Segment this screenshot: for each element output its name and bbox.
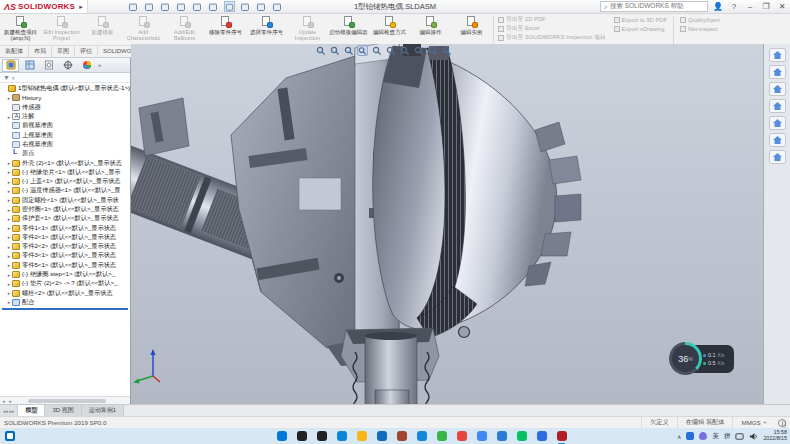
tree-item[interactable]: ▸ 外壳 (2)<1> (默认<<默认>_显示状态 bbox=[0, 158, 130, 167]
help-button[interactable]: ? bbox=[728, 2, 740, 11]
ribbon-button[interactable]: 编辑实例 bbox=[451, 14, 492, 45]
tree-item[interactable]: ▸ 零件2<1> (默认<<默认>_显示状态 bbox=[0, 233, 130, 242]
menu-flyout-icon[interactable]: ▸ bbox=[79, 3, 83, 11]
tray-shield-icon[interactable] bbox=[699, 432, 707, 440]
configurationmanager-tab[interactable] bbox=[40, 59, 57, 72]
task-pane-icon[interactable] bbox=[769, 82, 786, 96]
task-pane-icon[interactable] bbox=[769, 116, 786, 130]
upper-block-part[interactable] bbox=[139, 98, 189, 156]
document-tab[interactable]: 模型 bbox=[18, 405, 45, 416]
solidworks-logo[interactable]: ΛS SOLIDWORKS ▸ bbox=[0, 0, 88, 13]
quick-access-icon[interactable] bbox=[160, 1, 171, 12]
tray-overflow-icon[interactable]: ∧ bbox=[677, 433, 681, 440]
view-tool-icon[interactable] bbox=[371, 45, 382, 56]
view-tool-icon[interactable] bbox=[357, 45, 368, 56]
quick-access-icon[interactable] bbox=[224, 1, 235, 12]
tree-horizontal-scrollbar[interactable]: ◂ ▸ bbox=[0, 396, 130, 404]
tree-filter[interactable]: ▼ ▾ bbox=[0, 73, 130, 83]
help-search-input[interactable]: ⌕ 搜索 SOLIDWORKS 帮助 bbox=[600, 1, 708, 12]
tree-item[interactable]: ▸ 注解 bbox=[0, 112, 130, 121]
export-command[interactable]: Net-Inspect bbox=[677, 24, 723, 33]
taskbar-app-icon[interactable] bbox=[436, 431, 447, 442]
quick-access-icon[interactable] bbox=[240, 1, 251, 12]
propertymanager-tab[interactable] bbox=[21, 59, 38, 72]
quick-access-icon[interactable] bbox=[208, 1, 219, 12]
tree-item[interactable]: ▸ (-) 温度传感器<1> (默认<<默认>_显 bbox=[0, 186, 130, 195]
usage-gauge[interactable]: 36% bbox=[669, 342, 702, 375]
system-monitor-overlay[interactable]: 0.1K/s 0.5K/s 36% bbox=[669, 342, 735, 376]
tree-item[interactable]: 前视基准面 bbox=[0, 121, 130, 130]
ribbon-button[interactable]: 移除零件序号 bbox=[205, 14, 246, 45]
tree-item[interactable]: ▸ (-) 绝缘圈.step<1> (默认<<默认>_ bbox=[0, 270, 130, 279]
taskbar-app-icon[interactable] bbox=[356, 431, 367, 442]
tree-item[interactable]: 右视基准面 bbox=[0, 140, 130, 149]
rollback-bar[interactable] bbox=[2, 308, 128, 310]
scrollbar-thumb[interactable] bbox=[28, 399, 106, 403]
tree-item[interactable]: ▸ 零件2<2> (默认<<默认>_显示状态 bbox=[0, 242, 130, 251]
ribbon-button[interactable]: Add/Edit Balloons bbox=[164, 14, 205, 45]
graphics-viewport[interactable]: 0.1K/s 0.5K/s 36% bbox=[131, 44, 763, 404]
task-pane-icon[interactable] bbox=[769, 48, 786, 62]
ribbon-button[interactable]: 选择零件序号 bbox=[246, 14, 287, 45]
view-tool-icon[interactable] bbox=[413, 45, 424, 56]
tree-item[interactable]: 原点 bbox=[0, 149, 130, 158]
task-pane-icon[interactable] bbox=[769, 133, 786, 147]
quick-access-icon[interactable] bbox=[128, 1, 139, 12]
taskbar-app-icon[interactable] bbox=[336, 431, 347, 442]
taskbar-app-icon[interactable] bbox=[496, 431, 507, 442]
view-tool-icon[interactable] bbox=[315, 45, 326, 56]
taskbar-app-icon[interactable] bbox=[296, 431, 307, 442]
taskbar-app-icon[interactable] bbox=[476, 431, 487, 442]
export-command[interactable]: QualityXpert bbox=[677, 15, 723, 24]
task-pane-icon[interactable] bbox=[769, 150, 786, 164]
tree-item[interactable]: ▸ 螺栓<2> (默认<<默认>_显示状态 bbox=[0, 289, 130, 298]
export-command[interactable]: 导出至 2D PDF bbox=[495, 15, 609, 24]
o-ring-section[interactable] bbox=[459, 327, 470, 338]
tree-root-item[interactable]: 1型铂铑热电偶 (默认<默认_显示状态-1>) bbox=[0, 84, 130, 93]
units-selector[interactable]: MMGS ▾ bbox=[732, 417, 774, 428]
volume-icon[interactable] bbox=[749, 432, 758, 441]
export-command[interactable]: Export to 3D PDF bbox=[611, 15, 670, 24]
displaymanager-tab[interactable] bbox=[78, 59, 95, 72]
tree-item[interactable]: ▸ 保护套<1> (默认<<默认>_显示状态 bbox=[0, 214, 130, 223]
close-button[interactable]: ✕ bbox=[776, 2, 788, 11]
tree-item[interactable]: 上视基准面 bbox=[0, 130, 130, 139]
dimxpertmanager-tab[interactable] bbox=[59, 59, 76, 72]
ribbon-button[interactable]: 启动模板编辑器 bbox=[328, 14, 369, 45]
view-tool-icon[interactable] bbox=[427, 45, 438, 56]
document-tab[interactable]: 运动算例1 bbox=[82, 405, 124, 416]
restore-button[interactable]: ❐ bbox=[760, 2, 772, 11]
taskbar-app-icon[interactable] bbox=[376, 431, 387, 442]
taskbar-app-icon[interactable] bbox=[416, 431, 427, 442]
panel-collapse-icon[interactable]: « bbox=[98, 62, 101, 68]
ribbon-button[interactable]: Edit Inspection Project bbox=[41, 14, 82, 45]
ribbon-button[interactable]: 新建检查项目 (amp;N) bbox=[0, 14, 41, 45]
taskbar-app-icon[interactable] bbox=[396, 431, 407, 442]
export-command[interactable]: 导出至 Excel bbox=[495, 24, 609, 33]
tree-item[interactable]: ▸ (-) 垫片 (2)<2> -> ? (默认<<默认>_ bbox=[0, 279, 130, 288]
featuremanager-tab[interactable] bbox=[2, 59, 19, 72]
quick-access-icon[interactable] bbox=[144, 1, 155, 12]
taskbar-app-icon[interactable] bbox=[276, 431, 287, 442]
document-tab[interactable]: 3D 视图 bbox=[45, 405, 81, 416]
ribbon-button[interactable]: 新建模板 bbox=[82, 14, 123, 45]
cast-device-icon[interactable] bbox=[735, 432, 744, 441]
ribbon-tab[interactable]: 评估 bbox=[75, 46, 98, 57]
tree-item[interactable]: ▸ 固定螺栓<1> (默认<<默认>_显示状 bbox=[0, 196, 130, 205]
ribbon-tab[interactable]: 装配体 bbox=[0, 46, 29, 57]
ribbon-button[interactable]: 编辑检查方式 bbox=[369, 14, 410, 45]
taskbar-clock[interactable]: 15:58 2022/8/15 bbox=[763, 430, 787, 442]
ribbon-button[interactable]: 编辑操作 bbox=[410, 14, 451, 45]
user-account-icon[interactable]: 👤 bbox=[712, 2, 724, 11]
task-pane-icon[interactable] bbox=[769, 65, 786, 79]
tree-item[interactable]: ▸ History bbox=[0, 93, 130, 102]
dome-shell-part[interactable] bbox=[373, 44, 581, 338]
minimize-button[interactable]: – bbox=[744, 2, 756, 11]
tree-item[interactable]: ▸ 零件1<1> (默认<<默认>_显示状态 bbox=[0, 223, 130, 232]
ribbon-tab[interactable]: 布局 bbox=[29, 46, 52, 57]
view-tool-icon[interactable] bbox=[441, 45, 452, 56]
ribbon-button[interactable]: Add Characteristic bbox=[123, 14, 164, 45]
view-tool-icon[interactable] bbox=[399, 45, 410, 56]
widgets-icon[interactable] bbox=[4, 430, 16, 442]
taskbar-app-icon[interactable] bbox=[516, 431, 527, 442]
